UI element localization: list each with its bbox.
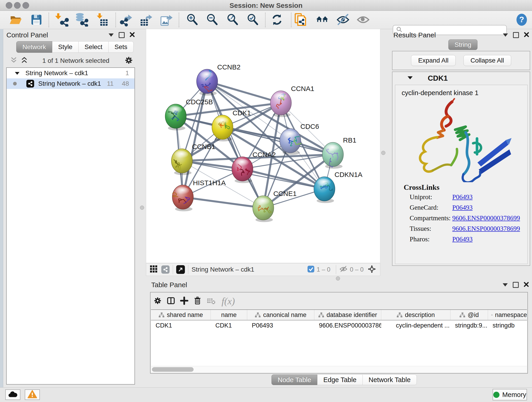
show-columns-icon[interactable] [166,296,176,306]
crosslink-link[interactable]: P06493 [452,204,473,211]
tab-string[interactable]: String [448,39,477,50]
crosslink-link[interactable]: 9606.ENSP00000378699 [452,214,520,222]
string-badge-icon[interactable] [161,265,170,274]
crosslink-link[interactable]: 9606.ENSP00000378699 [452,225,520,232]
table-options-gear-icon[interactable] [153,296,162,306]
splitter-handle[interactable] [140,206,144,210]
add-column-icon[interactable] [179,296,189,306]
splitter-handle[interactable] [381,151,385,155]
collection-count: 1 [125,70,129,77]
column-header-shared-name[interactable]: shared name [151,310,211,320]
svg-text:CCNB1: CCNB1 [192,143,215,150]
warnings-button[interactable] [25,389,40,400]
show-hidden-button[interactable] [356,13,370,27]
zoom-out-button[interactable] [205,13,219,27]
crosslink-link[interactable]: P06493 [452,193,473,201]
export-image-button[interactable] [159,13,173,27]
delete-column-icon[interactable] [193,296,202,306]
save-icon [30,13,43,27]
tab-edge-table[interactable]: Edge Table [317,375,363,385]
export-network-button[interactable] [119,13,133,27]
collapse-panel-icon[interactable] [503,33,508,37]
crosslink-link[interactable]: P06493 [452,235,473,243]
float-panel-icon[interactable] [513,32,519,38]
disclosure-triangle-icon[interactable] [15,70,19,77]
import-network-database-button[interactable] [75,13,89,27]
close-panel-icon[interactable] [524,32,529,38]
scrollbar-thumb[interactable] [152,367,194,372]
gene-disclosure-triangle-icon[interactable] [408,76,413,80]
network-options-gear-icon[interactable] [124,55,134,66]
tab-sets[interactable]: Sets [109,41,133,53]
zoom-selected-button[interactable] [246,13,260,27]
column-header-name[interactable]: name [211,310,247,320]
column-header-description[interactable]: description [381,310,450,320]
gene-symbol: CDK1 [428,74,448,83]
tree-icon [255,312,261,318]
close-panel-icon[interactable] [130,32,135,38]
zoom-fit-button[interactable] [225,13,240,27]
float-panel-icon[interactable] [119,32,125,38]
column-header-namespace[interactable]: namespace [488,310,527,320]
network-row-selected[interactable]: String Network – cdk1 11 48 [7,78,134,89]
grid-view-icon[interactable] [150,265,158,274]
open-in-new-window-icon[interactable] [176,265,185,274]
tree-icon [158,312,165,318]
float-panel-icon[interactable] [513,282,519,288]
hide-selected-button[interactable] [336,13,350,27]
svg-text:?: ? [519,15,524,24]
expand-all-button[interactable]: Expand All [411,55,456,66]
table-row[interactable]: CDK1 CDK1 P06493 9606.ENSP00000378699 cy… [151,320,527,331]
selected-checkbox-icon[interactable] [307,266,314,274]
close-panel-icon[interactable] [524,282,529,288]
import-network-file-button[interactable] [55,13,69,27]
cell-namespace[interactable]: stringdb [488,320,527,331]
import-table-button[interactable] [95,13,109,27]
table-box: f(x) shared name name canonical name dat… [150,292,528,374]
hidden-eye-slash-icon[interactable] [339,265,348,274]
open-session-button[interactable] [9,13,23,27]
table-horizontal-scrollbar[interactable] [151,366,527,373]
cell-name[interactable]: CDK1 [211,320,247,331]
collapse-panel-icon[interactable] [109,33,114,37]
zoom-selected-icon [246,13,259,27]
splitter-handle[interactable] [336,276,340,281]
tab-style[interactable]: Style [52,41,79,53]
cell-database-identifier[interactable]: 9606.ENSP00000378699 [314,320,381,331]
duplicate-network-button[interactable] [293,13,307,27]
column-header-database-identifier[interactable]: database identifier [314,310,381,320]
tab-network-table[interactable]: Network Table [363,375,417,385]
collapse-all-button[interactable]: Collapse All [463,55,511,66]
cell-id[interactable]: stringdb:9... [450,320,488,331]
column-header-canonical-name[interactable]: canonical name [247,310,314,320]
collapse-panel-icon[interactable] [503,283,508,287]
help-button[interactable]: ? [515,13,529,27]
tab-network[interactable]: Network [16,41,52,53]
birds-eye-view-icon[interactable] [368,265,376,274]
cell-description[interactable]: cyclin-dependent ... [381,320,450,331]
show-all-networks-button[interactable] [315,13,329,27]
delete-table-icon[interactable] [206,296,216,307]
cell-canonical-name[interactable]: P06493 [247,320,314,331]
zoom-in-button[interactable] [185,13,199,27]
tab-select[interactable]: Select [79,41,109,53]
network-status-dot [13,82,17,85]
save-session-button[interactable] [29,13,44,27]
column-header-id[interactable]: @id [450,310,488,320]
cell-shared-name[interactable]: CDK1 [151,320,211,331]
network-list: String Network – cdk1 1 String Network –… [6,67,135,385]
import-database-icon [75,13,89,27]
export-table-button[interactable] [139,13,153,27]
expand-all-networks-icon[interactable] [21,57,28,65]
svg-text:CCNA2: CCNA2 [253,151,276,158]
collapse-all-networks-icon[interactable] [10,57,17,65]
memory-button[interactable]: Memory [493,389,527,400]
svg-text:CDKN1A: CDKN1A [335,171,362,178]
apply-layout-button[interactable] [270,13,284,27]
network-collection-row[interactable]: String Network – cdk1 1 [7,68,134,78]
network-graph[interactable]: CCNB2CCNA1CDC25BCDK1CDC6RB1CCNB1CCNA2CDK… [146,29,380,263]
network-canvas[interactable]: CCNB2CCNA1CDC25BCDK1CDC6RB1CCNB1CCNA2CDK… [146,29,380,263]
toolbar-separator [173,265,173,274]
tab-node-table[interactable]: Node Table [272,375,317,385]
cloud-services-button[interactable] [5,389,20,400]
